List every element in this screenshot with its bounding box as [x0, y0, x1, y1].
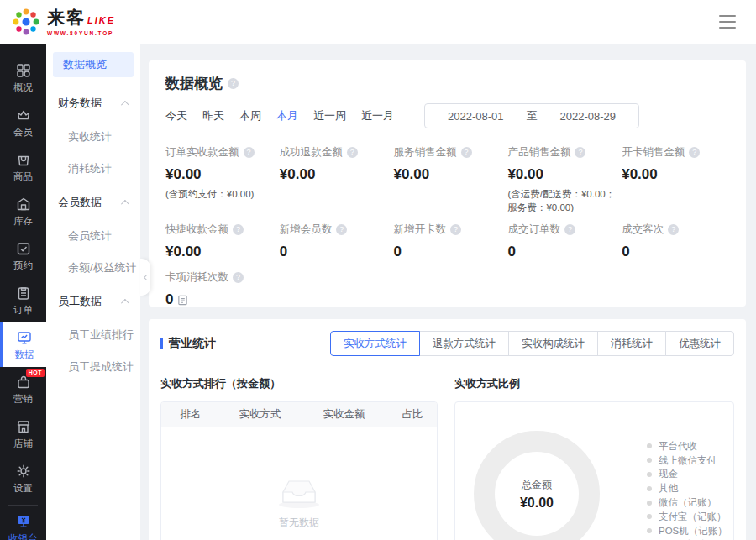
submenu-item-consume-stats[interactable]: 消耗统计 — [46, 153, 140, 185]
hot-badge: HOT — [26, 369, 45, 377]
sidebar-item-cashier[interactable]: 收银台 — [0, 510, 46, 540]
title-accent-bar — [160, 338, 163, 349]
monitor-chart-icon — [16, 329, 33, 346]
sidebar-collapse-handle[interactable] — [140, 259, 150, 296]
help-icon[interactable] — [575, 147, 585, 158]
col-rank: 排名 — [161, 407, 220, 422]
stat-value: 0 — [507, 244, 615, 260]
sidebar-item-settings[interactable]: 设置 — [0, 456, 46, 501]
tab-income-method[interactable]: 实收方式统计 — [330, 331, 420, 356]
date-start: 2022-08-01 — [448, 110, 504, 123]
filter-today[interactable]: 今天 — [165, 108, 187, 123]
sidebar-item-label: 概况 — [13, 81, 33, 94]
sidebar-item-overview[interactable]: 概况 — [0, 55, 46, 100]
filter-last-week[interactable]: 近一周 — [313, 108, 346, 123]
help-icon[interactable] — [450, 224, 461, 235]
warehouse-icon — [15, 196, 32, 212]
legend-item[interactable]: POS机（记账） — [647, 524, 727, 538]
consume-detail-icon[interactable] — [177, 295, 188, 306]
submenu-item-staff-ranking[interactable]: 员工业绩排行 — [46, 319, 140, 351]
empty-inbox-icon — [272, 471, 326, 509]
stat-value: ¥0.00 — [394, 166, 501, 183]
tab-discount[interactable]: 优惠统计 — [665, 331, 734, 356]
stat-completed-orders: 成交订单数 0 — [507, 223, 615, 260]
page-title: 数据概览 — [165, 74, 223, 93]
tab-income-composition[interactable]: 实收构成统计 — [508, 331, 598, 356]
sidebar-item-booking[interactable]: 预约 — [0, 233, 46, 278]
help-icon[interactable] — [668, 224, 679, 235]
stat-value: ¥0.00 — [280, 166, 387, 183]
legend-item[interactable]: 线上微信支付 — [647, 453, 727, 468]
help-icon[interactable] — [233, 272, 244, 283]
cash-register-icon — [15, 513, 32, 530]
filter-yesterday[interactable]: 昨天 — [202, 108, 224, 123]
chart-legend: 平台代收 线上微信支付 现金 其他 微信（记账） 支付宝（记账） POS机（记账… — [647, 439, 727, 540]
stat-value: ¥0.00 — [165, 166, 273, 183]
sidebar-item-members[interactable]: 会员 — [0, 100, 46, 144]
top-header: 来客LIKE WWW.80YUN.TOP — [0, 0, 756, 44]
stat-service-sales: 服务销售金额 ¥0.00 — [394, 145, 501, 214]
legend-item[interactable]: 平台代收 — [647, 439, 727, 453]
sidebar-item-orders[interactable]: 订单 — [0, 278, 46, 322]
submenu-item-member-stats[interactable]: 会员统计 — [46, 220, 140, 252]
proportion-title: 实收方式比例 — [454, 376, 734, 391]
help-icon[interactable] — [233, 224, 244, 235]
help-icon[interactable] — [228, 78, 239, 89]
secondary-sidebar: 数据概览 财务数据 实收统计 消耗统计 会员数据 会员统计 余额/权益统计 员工… — [46, 44, 140, 540]
logo-icon — [10, 6, 42, 38]
legend-item[interactable]: 支付宝（记账） — [647, 510, 727, 524]
filter-this-month[interactable]: 本月 — [276, 108, 298, 123]
legend-dot — [647, 514, 652, 519]
table-header-row: 排名 实收方式 实收金额 占比 — [161, 402, 437, 427]
time-filter-bar: 今天 昨天 本周 本月 近一周 近一月 2022-08-01 至 2022-08… — [165, 103, 729, 128]
submenu-group-member[interactable]: 会员数据 — [46, 185, 140, 220]
filter-this-week[interactable]: 本周 — [239, 108, 261, 123]
date-end: 2022-08-29 — [560, 110, 617, 123]
legend-dot — [647, 501, 652, 506]
stat-note: (含预约支付：¥0.00) — [165, 187, 273, 201]
sidebar-item-marketing[interactable]: HOT 营销 — [0, 367, 46, 412]
help-icon[interactable] — [336, 224, 347, 235]
main-content: 数据概览 今天 昨天 本周 本月 近一周 近一月 2022-08-01 至 20… — [140, 44, 756, 540]
hamburger-menu-icon[interactable] — [719, 15, 736, 29]
help-icon[interactable] — [461, 147, 472, 158]
help-icon[interactable] — [689, 147, 700, 158]
empty-state: 暂无数据 — [161, 471, 437, 530]
submenu-item-balance-stats[interactable]: 余额/权益统计 — [46, 252, 140, 284]
submenu-group-finance[interactable]: 财务数据 — [46, 86, 140, 121]
date-separator: 至 — [527, 108, 538, 123]
submenu-item-data-overview[interactable]: 数据概览 — [53, 52, 134, 77]
submenu-item-staff-commission[interactable]: 员工提成统计 — [46, 351, 140, 383]
legend-dot — [647, 458, 652, 463]
ranking-title: 实收方式排行（按金额） — [160, 376, 438, 391]
stat-note: (含运费/配送费：¥0.00；服务费：¥0.00) — [507, 187, 615, 214]
legend-dot — [647, 486, 652, 491]
date-range-picker[interactable]: 2022-08-01 至 2022-08-29 — [424, 103, 639, 128]
stat-value: 0 — [622, 244, 729, 260]
help-icon[interactable] — [564, 224, 575, 235]
legend-dot — [647, 528, 652, 533]
sidebar-divider — [8, 505, 38, 506]
sidebar-item-inventory[interactable]: 库存 — [0, 189, 46, 233]
stat-customer-visits: 成交客次 0 — [622, 223, 729, 260]
filter-last-month[interactable]: 近一月 — [361, 108, 394, 123]
help-icon[interactable] — [244, 147, 255, 158]
stat-value: 0 — [165, 291, 173, 307]
legend-item[interactable]: 现金 — [647, 468, 727, 482]
stats-tab-group: 实收方式统计 退款方式统计 实收构成统计 消耗统计 优惠统计 — [330, 331, 734, 356]
sidebar-item-label: 营销 — [13, 393, 33, 406]
legend-item[interactable]: 微信（记账） — [647, 495, 727, 510]
sidebar-item-shop[interactable]: 店铺 — [0, 412, 46, 456]
tab-refund-method[interactable]: 退款方式统计 — [419, 331, 509, 356]
sidebar-item-goods[interactable]: 商品 — [0, 144, 46, 189]
submenu-item-income-stats[interactable]: 实收统计 — [46, 121, 140, 153]
ranking-table: 排名 实收方式 实收金额 占比 暂无数据 — [160, 401, 438, 540]
submenu-group-staff[interactable]: 员工数据 — [46, 284, 140, 319]
stat-quick-payment: 快捷收款金额 ¥0.00 — [165, 223, 273, 260]
tab-consumption[interactable]: 消耗统计 — [597, 331, 666, 356]
sidebar-item-label: 库存 — [13, 215, 33, 228]
overview-card: 数据概览 今天 昨天 本周 本月 近一周 近一月 2022-08-01 至 20… — [149, 60, 746, 307]
help-icon[interactable] — [347, 147, 358, 158]
legend-item[interactable]: 其他 — [647, 481, 727, 495]
sidebar-item-data[interactable]: 数据 — [0, 322, 46, 367]
